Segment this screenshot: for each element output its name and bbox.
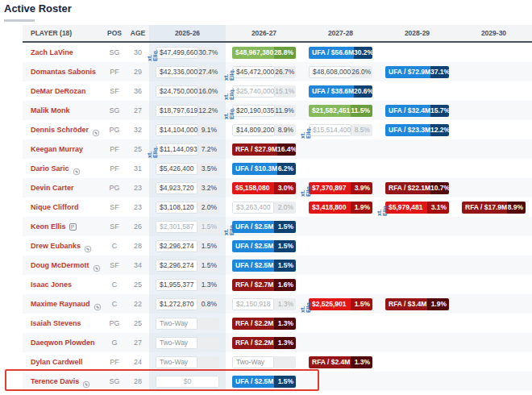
table-row: Drew EubanksC28$2,296,2741.5%UFA / $2.5M… xyxy=(23,236,532,256)
age-cell: 36 xyxy=(127,81,149,101)
salary-value: UFA / $2.5M xyxy=(232,260,274,272)
year-cell: RFA / $27.9M16.4% xyxy=(226,139,302,159)
salary-value: $0 xyxy=(156,376,219,388)
column-header-player[interactable]: PLAYER (18) xyxy=(23,25,102,41)
salary-pill-red: $5,979,4813.1% xyxy=(385,202,449,214)
year-cell: $2,296,2741.5% xyxy=(149,256,226,275)
year-cell: $5,158,0803.0% xyxy=(226,178,302,198)
player-name-link[interactable]: Dennis Schröder xyxy=(31,126,89,134)
salary-value: RFA / $22.1M xyxy=(385,182,430,194)
player-name-link[interactable]: Nique Clifford xyxy=(31,203,79,211)
salary-value: $3,418,800 xyxy=(309,202,351,214)
age-cell: 24 xyxy=(127,352,149,372)
trade-tags-icon xyxy=(84,242,92,250)
salary-value: UFA / $23.3M xyxy=(385,124,430,136)
player-name-link[interactable]: Drew Eubanks xyxy=(31,242,81,250)
salary-pill-rfa: RFA / $3.4M1.9% xyxy=(385,298,449,310)
salary-pill-twoway: Two-Way xyxy=(156,318,219,330)
salary-pill-money: $14,809,2008.9% xyxy=(232,124,296,136)
year-cell xyxy=(379,217,455,236)
year-cell: xt. Elig.$5,979,4813.1% xyxy=(379,198,455,217)
salary-percent: 37.1% xyxy=(430,66,449,78)
player-name-link[interactable]: Isaiah Stevens xyxy=(31,319,81,327)
table-body: Zach LaVineSG30xt. Elig.$47,499,66030.7%… xyxy=(23,43,532,391)
salary-value: $3,108,120 xyxy=(156,202,197,214)
salary-pill-ufa: UFA / $23.3M12.2% xyxy=(385,124,449,136)
year-cell: RFA / $2.2M1.3% xyxy=(226,314,302,333)
column-header-2026-27[interactable]: 2026-27 xyxy=(226,25,302,41)
year-cell xyxy=(455,217,532,236)
year-cell xyxy=(379,43,455,62)
year-cell: UFA / $10.3M6.2% xyxy=(226,159,302,178)
age-cell: 28 xyxy=(127,372,149,391)
column-header-2027-28[interactable]: 2027-28 xyxy=(302,25,379,41)
player-name-link[interactable]: Keegan Murray xyxy=(31,145,83,153)
player-cell: Isaac Jones xyxy=(23,275,102,294)
salary-value: $7,370,897 xyxy=(309,182,351,194)
player-name-link[interactable]: Doug McDermott xyxy=(31,261,89,269)
salary-pill-money: $18,797,61912.2% xyxy=(156,105,219,117)
player-name-link[interactable]: Daeqwon Plowden xyxy=(31,339,95,347)
player-name-link[interactable]: DeMar DeRozan xyxy=(31,87,86,95)
salary-value: Two-Way xyxy=(156,337,197,349)
salary-percent: 1.5% xyxy=(197,240,219,252)
column-header-2025-26[interactable]: 2025-26 xyxy=(149,25,226,41)
table-row: Devin CarterPG23$4,923,7203.2%$5,158,080… xyxy=(23,178,532,198)
salary-value: Two-Way xyxy=(156,356,197,368)
year-cell xyxy=(455,81,532,101)
salary-value: $25,740,000 xyxy=(232,85,275,98)
salary-value: $42,336,000 xyxy=(156,66,198,78)
player-name-link[interactable]: Dylan Cardwell xyxy=(31,358,83,366)
salary-percent: 3.2% xyxy=(197,182,219,194)
column-header-2029-30[interactable]: 2029-30 xyxy=(455,25,532,41)
player-name-link[interactable]: Domantas Sabonis xyxy=(31,68,96,76)
year-cell: $2,301,5871.5% xyxy=(149,217,226,236)
salary-percent: 1.5% xyxy=(197,221,219,233)
salary-value: $14,104,000 xyxy=(156,124,198,136)
player-name-link[interactable]: Isaac Jones xyxy=(31,281,72,289)
player-name-link[interactable]: Keon Ellis xyxy=(31,222,66,231)
year-cell: $48,967,38028.8% xyxy=(226,43,302,62)
salary-value: $24,750,000 xyxy=(156,85,198,98)
salary-pill-rfa: RFA / $17.9M8.9% xyxy=(462,202,526,214)
column-header-pos[interactable]: POS xyxy=(102,25,127,41)
salary-pill-money: $45,472,00026.7% xyxy=(232,66,296,78)
salary-value: $5,158,080 xyxy=(232,182,274,194)
player-name-link[interactable]: Malik Monk xyxy=(31,106,70,114)
year-cell: UFA / $2.5M1.5% xyxy=(226,256,302,275)
year-cell xyxy=(379,314,455,333)
player-name-link[interactable]: Devin Carter xyxy=(31,184,74,192)
year-cell: UFA / $32.4M15.7% xyxy=(379,101,455,120)
player-name-link[interactable]: Terence Davis xyxy=(31,377,79,385)
trade-tags-icon xyxy=(73,164,81,173)
player-name-link[interactable]: Zach LaVine xyxy=(31,48,73,56)
player-cell: Dario Saric xyxy=(23,159,102,178)
age-cell: 28 xyxy=(127,236,149,256)
salary-pill-ufa: UFA / $2.5M1.5% xyxy=(232,221,296,233)
age-cell: 30 xyxy=(127,43,149,62)
column-header-age[interactable]: AGE xyxy=(127,25,149,41)
year-cell xyxy=(455,178,532,198)
salary-percent: 11.9% xyxy=(275,105,296,117)
salary-pill-money: $2,296,2741.5% xyxy=(156,260,219,272)
salary-value: UFA / $72.9M xyxy=(385,66,430,78)
table-row: Dario SaricPF31$5,426,4003.5%UFA / $10.3… xyxy=(23,159,532,178)
table-row: Malik MonkSG27$18,797,61912.2%xt. Elig.$… xyxy=(23,101,532,120)
salary-value: $3,263,400 xyxy=(232,202,274,214)
age-cell: 25 xyxy=(127,139,149,159)
year-cell xyxy=(302,314,379,333)
year-cell: $2,296,2741.5% xyxy=(149,236,226,256)
table-row: Dylan CardwellPF24Two-WayTwo-WayRFA / $2… xyxy=(23,352,532,372)
salary-pill-red: $5,158,0803.0% xyxy=(232,182,296,194)
player-cell: Maxime Raynaud xyxy=(23,294,102,314)
salary-percent: 1.9% xyxy=(351,202,372,214)
salary-value: UFA / $56.6M xyxy=(309,47,354,59)
column-header-2028-29[interactable]: 2028-29 xyxy=(379,25,455,41)
player-name-link[interactable]: Maxime Raynaud xyxy=(31,300,90,308)
year-cell xyxy=(302,275,379,294)
year-cell xyxy=(455,120,532,139)
year-cell: $1,955,3771.3% xyxy=(149,275,226,294)
salary-percent: 1.5% xyxy=(351,298,372,310)
player-name-link[interactable]: Dario Saric xyxy=(31,164,69,173)
salary-percent: 3.1% xyxy=(427,202,449,214)
